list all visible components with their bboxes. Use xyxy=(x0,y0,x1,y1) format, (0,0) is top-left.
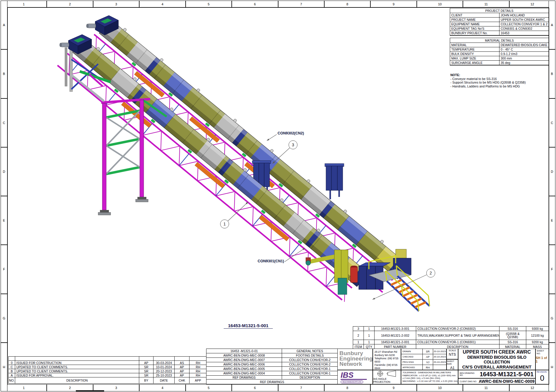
tolerance-line: TOLERANCE : DIMENSIONS IN MILLIMETERS xyxy=(402,371,458,374)
detail-key: CLIENT xyxy=(450,13,499,18)
ref-drawing-row: AWRC-BEN-DWG-MEC-0004 COLLECTION CONVEYO… xyxy=(206,371,338,376)
grid-col-label: 5 xyxy=(186,1,232,7)
grid-col-label: 5 xyxy=(186,384,232,391)
ref-drawings-footer: REF DRAWINGS xyxy=(206,380,338,384)
ref-drawing-row: AWRC-BEN-DWG-MEC-0007 COLLECTION CONVEYO… xyxy=(206,358,338,362)
bom-mass: 9200 kg xyxy=(526,340,549,344)
ref-drawing-number: AWRC-BEN-DWG-MEC-0005 xyxy=(206,367,282,371)
grid-row-label: B xyxy=(1,49,7,98)
company-address-line: Telephone: (08) 9725 6933 xyxy=(375,357,401,363)
bom-mass: 12100 kg xyxy=(526,331,549,340)
grid-col-label: 6 xyxy=(232,1,278,7)
grid-row-label: F xyxy=(1,245,7,294)
note-line: - Handrails, Ladders and Platforms to be… xyxy=(450,84,526,88)
signoff-row: PROJ ENG VJ 20-10-2023 xyxy=(401,360,446,365)
detail-key: EQUIPMENT TAG No'S xyxy=(450,26,499,31)
grid-row-label: H xyxy=(1,343,7,391)
company-address: 25-27 Shanahan RdBunbury WA 6230Telephon… xyxy=(373,349,401,370)
rev-description: ISSUED FOR CONSTRUCTION xyxy=(15,361,139,365)
ref-header-description: DESCRIPTION xyxy=(282,376,338,380)
rev-app: RH xyxy=(189,369,206,373)
conveyor-2-group xyxy=(84,15,411,294)
revision-cell: REVISION 0 xyxy=(535,370,549,384)
grid-row-label: E xyxy=(1,196,7,245)
ref-drawing-description: COLLECTION CONVEYOR-2 xyxy=(282,362,338,367)
detail-key: TEMPERATURE xyxy=(450,47,499,52)
detail-key: EQUIPMENT NAME xyxy=(450,22,499,26)
grid-col-label: 3 xyxy=(93,1,139,7)
grid-col-label: 9 xyxy=(370,1,416,7)
bom-item: 1 xyxy=(353,340,364,344)
detail-value: CON9301 & CON9302 xyxy=(499,26,549,31)
grid-row-label: B xyxy=(549,49,555,98)
company-address-line: Bunbury WA 6230 xyxy=(375,354,401,357)
bom-item: 3 xyxy=(353,327,364,331)
bom-qty: 1 xyxy=(364,340,375,344)
project-details-row: CLIENT JOHN HOLLAND xyxy=(450,13,549,18)
ref-drawing-row: AWRC-BEN-DWG-MEC-0008 FOOTING DETAILS xyxy=(206,353,338,358)
bom-row: 3 1 16453-M1321-3-001 COLLECTION CONVEYO… xyxy=(353,327,549,331)
rev-by: SR xyxy=(139,369,154,373)
grid-ruler-top: 123456789101112 xyxy=(1,1,555,7)
ref-drawing-number: AWRC-BEN-DWG-MEC-0007 xyxy=(206,358,282,362)
rev-chk: AS xyxy=(175,361,189,365)
note-line: - Support Structures to be MS HDG (Q355B… xyxy=(450,81,526,84)
note-line: - Conveyor material to be SS-316 xyxy=(450,77,526,81)
company-logo-line: Network xyxy=(339,361,371,367)
signoff-initials: VJ xyxy=(423,360,433,365)
bom-material: SS-316 xyxy=(499,327,526,331)
sheet-size-label: SHEET SIZE xyxy=(447,360,458,365)
projection-cell: 3rd ANGLE PROJECTION xyxy=(373,370,401,384)
item-balloon-2: 2 xyxy=(426,269,435,277)
ben-drawing-number-label: BEN DRAWING NO. xyxy=(460,372,478,376)
material-details-row: TEMPERATURE 0 - 45° C xyxy=(450,47,549,52)
signoff-role: APPROVED xyxy=(401,365,423,370)
detail-key: MAX. LUMP SIZE xyxy=(450,56,499,61)
grid-row-label: C xyxy=(1,98,7,147)
rev-by: SR xyxy=(139,373,154,377)
ref-drawing-number: AWRC-BEN-DWG-MEC-0004 xyxy=(206,371,282,376)
grid-row-label: G xyxy=(549,294,555,343)
detail-value: 35 deg xyxy=(499,61,549,65)
drawing-sheet: 123456789101112 123456789101112 ABCDEFGH… xyxy=(0,0,556,392)
signoff-date: 20-10-2023 xyxy=(433,354,446,360)
bom-description: COLLECTION CONVEYOR-1 (CON9301) xyxy=(416,340,499,344)
bottom-edge-artifact xyxy=(76,390,104,392)
bom-description: COLLECTION CONVEYOR-2 (CON9302) xyxy=(416,327,499,331)
tolerance-line: FABRICATION : ± 0.5 UP (1~100), ±1 (100~… xyxy=(402,374,458,377)
drawing-title-line2: DEWATERED BIOSOLIDS SILO COLLECTION xyxy=(458,355,535,364)
bom-qty: 1 xyxy=(364,331,375,340)
grid-col-label: 4 xyxy=(139,1,185,7)
rev-description: UPDATED TO CLIENT COMMENTS. xyxy=(15,365,139,369)
grid-row-label: A xyxy=(549,1,555,49)
rev-header-description: DESCRIPTION xyxy=(15,377,139,383)
revision-row: B UPDATED TO CLIENT COMMENTS. SR 20-12-2… xyxy=(9,369,206,373)
detail-value: 16453 xyxy=(499,31,549,35)
grid-row-label: D xyxy=(1,147,7,196)
scale-cell: SCALE NTS xyxy=(447,349,458,359)
ref-drawing-description: COLLECTION CONVEYOR-1 xyxy=(282,367,338,371)
bom-part-number: 16453-M1321-2-002 xyxy=(375,331,416,340)
grid-col-label: 1 xyxy=(1,1,47,7)
client-drawing-number-cell: CLIENT DWG NO. AWRC-BEN-DWG-MEC-0009 xyxy=(458,378,535,384)
rev-header-no: NO. xyxy=(9,377,15,383)
signoff-date xyxy=(433,365,446,370)
conveyor-1-tag-label: CON9301(CN1) xyxy=(258,259,284,263)
material-details-title: MATERIAL DETAILS xyxy=(450,38,549,43)
notes-block: NOTE: - Conveyor material to be SS-316- … xyxy=(450,73,526,88)
ben-drawing-number-value: 16453-M1321-5-001 xyxy=(478,371,535,378)
material-details-row: SURCHARGE ANGLE 35 deg xyxy=(450,61,549,65)
rev-date: 30-03-2024 xyxy=(154,361,175,365)
project-details-title: PROJECT DETAILS xyxy=(450,8,549,13)
revision-row: C UPDATED TO CLIENT COMMENTS. SR 10-01-2… xyxy=(9,365,206,369)
conveyor-2-tag-label: CON9302(CN2) xyxy=(278,131,304,135)
rev-chk: AP xyxy=(175,365,189,369)
signoff-table: DRAWN SR 20-10-2023 CHECKED AP 20-10-202… xyxy=(401,349,447,370)
grid-col-label: 11 xyxy=(463,384,509,391)
notes-title: NOTE: xyxy=(450,73,526,77)
bom-description: TRUSS,WALKWAY,SUPPORT & TAKE UP ARRANGEM… xyxy=(416,331,499,340)
view-drawing-number-label: 16453-M1321-5-001 xyxy=(224,323,273,329)
signoff-initials: SR xyxy=(423,349,433,354)
grid-row-label: F xyxy=(549,245,555,294)
ref-drawing-number: AWRC-BEN-DWG-MEC-0006 xyxy=(206,362,282,367)
